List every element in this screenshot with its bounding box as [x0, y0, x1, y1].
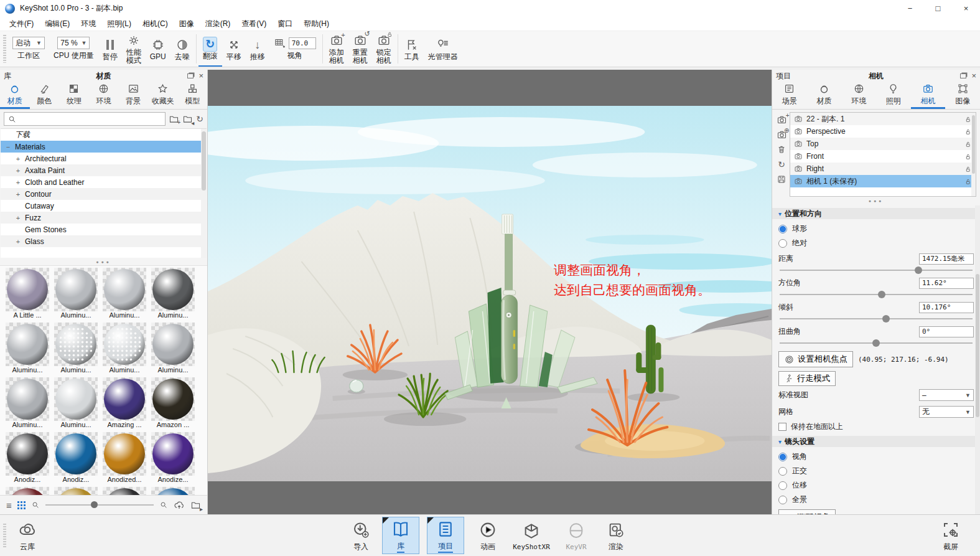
library-tab-0[interactable]: 材质 [0, 82, 30, 109]
add-folder-button[interactable]: + [169, 114, 179, 125]
project-tab-4[interactable]: 相机 [911, 82, 946, 109]
match-perspective-button[interactable]: 匹配视角 [778, 509, 836, 514]
lens-option-0[interactable]: 视角 [778, 450, 974, 464]
menu-item-7[interactable]: 查看(V) [236, 17, 272, 31]
render-scene[interactable]: 调整画面视角， 达到自己想要的画面视角。 [208, 106, 772, 481]
realtime-viewport[interactable]: 调整画面视角， 达到自己想要的画面视角。 [208, 70, 772, 514]
camera-list-scrollbar[interactable] [971, 113, 976, 196]
expand-marker[interactable]: + [14, 179, 22, 186]
performance-mode-button[interactable]: 性能 模式 [122, 31, 146, 67]
menu-item-6[interactable]: 渲染(R) [200, 17, 236, 31]
tree-item[interactable]: +Architectural [1, 153, 207, 164]
camera-row[interactable]: 相机 1 (未保存) [790, 175, 976, 187]
library-tab-1[interactable]: 颜色 [30, 82, 60, 109]
walk-mode-button[interactable]: 行走模式 [778, 371, 836, 386]
field-input[interactable]: 11.62° [919, 278, 974, 289]
search-input[interactable] [4, 112, 166, 126]
camera-row[interactable]: Perspective [790, 125, 976, 138]
refresh-icon[interactable]: ↻ [196, 113, 203, 125]
render-button[interactable]: 渲染 [600, 517, 632, 554]
toolbar-grip[interactable] [3, 35, 6, 63]
field-slider[interactable] [780, 314, 973, 323]
slider-handle[interactable] [878, 291, 885, 298]
tree-item[interactable]: −Materials [1, 141, 207, 153]
zoom-out-button[interactable] [31, 501, 40, 509]
absolute-radio-row[interactable]: 绝对 [778, 236, 974, 250]
pause-button[interactable]: 暂停 [98, 31, 122, 67]
tree-scrollbar[interactable] [201, 129, 207, 258]
library-tab-4[interactable]: 背景 [118, 82, 148, 109]
menu-item-8[interactable]: 窗口 [272, 17, 298, 31]
start-dropdown[interactable]: 启动▼ [12, 37, 45, 49]
menu-item-3[interactable]: 照明(L) [101, 17, 137, 31]
material-thumbnail[interactable]: Anodiz... [6, 432, 49, 486]
close-icon[interactable]: × [971, 73, 976, 79]
field-slider[interactable] [780, 339, 973, 347]
lock-camera-button[interactable]: 锁定 相机 [372, 31, 396, 67]
material-thumbnail[interactable]: Aluminu... [6, 323, 49, 376]
expand-marker[interactable]: + [14, 167, 22, 174]
material-thumbnail[interactable]: Anodiz... [54, 432, 98, 486]
library-toggle-button[interactable]: 库 [382, 517, 419, 554]
open-folder-button[interactable]: ▸ [190, 500, 201, 511]
expand-marker[interactable]: + [14, 214, 22, 222]
tree-item[interactable]: +Contour [1, 188, 207, 200]
library-splitter[interactable]: ●●● [0, 258, 207, 265]
animation-button[interactable]: 动画 [472, 517, 504, 554]
material-thumbnail[interactable]: Aluminu... [103, 268, 146, 321]
delete-camera-button[interactable] [777, 144, 786, 154]
field-input[interactable]: 0° [919, 326, 974, 337]
library-tab-6[interactable]: 模型 [177, 82, 207, 109]
expand-marker[interactable]: − [4, 143, 12, 151]
list-view-button[interactable]: ≡ [6, 501, 12, 509]
save-camera-button[interactable] [777, 174, 786, 184]
project-tab-0[interactable]: 场景 [772, 82, 807, 109]
reset-camera-button[interactable]: ↻ [778, 159, 785, 170]
lens-option-1[interactable]: 正交 [778, 464, 974, 478]
material-thumbnail[interactable]: Aluminu... [54, 323, 98, 376]
cloud-library-button[interactable]: 云库 [12, 517, 42, 554]
material-thumbnail[interactable] [103, 487, 146, 495]
field-slider[interactable] [780, 290, 973, 299]
material-thumbnail[interactable]: Aluminu... [54, 377, 98, 431]
minimize-button[interactable]: − [896, 0, 924, 17]
tree-item[interactable]: Cutaway [1, 200, 207, 212]
close-button[interactable]: × [952, 0, 980, 17]
import-button[interactable]: 导入 [346, 517, 376, 554]
fov-input[interactable]: 70.0 [289, 37, 316, 49]
material-thumbnail[interactable]: Aluminu... [151, 268, 195, 321]
spherical-radio-row[interactable]: 球形 [778, 222, 974, 236]
project-tab-3[interactable]: 照明 [876, 82, 911, 109]
undock-icon[interactable] [960, 73, 966, 78]
dolly-button[interactable]: ↓ 推移 [246, 31, 269, 67]
tree-item[interactable]: Gem Stones [1, 224, 207, 235]
field-input[interactable]: 1472.15毫米 [919, 253, 974, 265]
menu-item-4[interactable]: 相机(C) [137, 17, 174, 31]
reset-camera-button[interactable]: ↺ 重置 相机 [348, 31, 372, 67]
material-thumbnail[interactable]: Aluminu... [6, 377, 49, 431]
slider-handle[interactable] [915, 266, 922, 274]
library-tab-2[interactable]: 纹理 [59, 82, 89, 109]
slider-knob[interactable] [91, 501, 98, 508]
add-camera-button[interactable]: + 添加 相机 [325, 31, 348, 67]
zoom-in-button[interactable] [159, 501, 168, 509]
material-thumbnail[interactable]: Anodized... [103, 432, 146, 486]
cpu-percent-dropdown[interactable]: 75 %▼ [57, 37, 90, 49]
denoise-button[interactable]: 去噪 [170, 31, 194, 67]
tree-item[interactable]: +Glass [1, 235, 207, 247]
menu-item-5[interactable]: 图像 [174, 17, 200, 31]
menu-item-2[interactable]: 环境 [75, 17, 101, 31]
project-tab-1[interactable]: 材质 [807, 82, 842, 109]
material-thumbnail[interactable]: Aluminu... [151, 323, 195, 376]
tree-item[interactable]: +Cloth and Leather [1, 176, 207, 188]
set-camera-focus-button[interactable]: 设置相机焦点 [778, 351, 853, 367]
camera-row[interactable]: Top [790, 138, 976, 150]
tree-item[interactable]: 下载 [1, 129, 207, 141]
library-tab-3[interactable]: 环境 [89, 82, 119, 109]
project-toggle-button[interactable]: 项目 [427, 517, 464, 554]
slider-handle[interactable] [872, 339, 880, 347]
expand-marker[interactable]: + [14, 238, 22, 245]
gpu-button[interactable]: GPU [146, 31, 170, 67]
position-section-header[interactable]: ▾ 位置和方向 [772, 208, 980, 219]
material-thumbnail[interactable] [6, 487, 49, 495]
